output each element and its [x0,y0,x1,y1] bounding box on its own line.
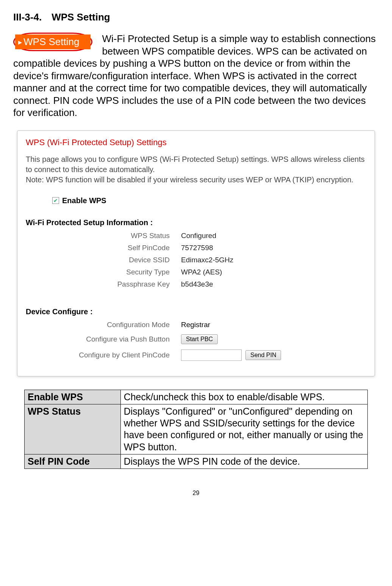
section-heading: III-3-4. WPS Setting [13,11,379,23]
enable-wps-row: ✔ Enable WPS [52,196,366,205]
description-table: Enable WPS Check/uncheck this box to ena… [24,390,368,469]
desc-enable-wps: Check/uncheck this box to enable/disable… [120,390,367,404]
term-enable-wps: Enable WPS [24,390,120,404]
passphrase-key-label: Passphrase Key [26,280,170,288]
passphrase-key-value: b5d43e3e [181,280,366,288]
table-row: Enable WPS Check/uncheck this box to ena… [24,390,367,404]
start-pbc-button[interactable]: Start PBC [181,334,218,344]
configuration-mode-label: Configuration Mode [26,321,170,329]
panel-desc-line2: Note: WPS function will be disabled if y… [26,175,353,184]
page-number: 29 [13,490,379,497]
enable-wps-label: Enable WPS [62,196,106,205]
wps-setting-badge-label: WPS Setting [15,34,91,49]
table-row: Self PIN Code Displays the WPS PIN code … [24,454,367,468]
client-pincode-input[interactable] [181,349,242,361]
configure-client-pin-label: Configure by Client PinCode [26,351,170,359]
panel-description: This page allows you to configure WPS (W… [26,154,366,185]
device-configure-grid: Configuration Mode Registrar Configure v… [26,321,366,361]
wps-info-title: Wi-Fi Protected Setup Information : [26,218,366,227]
device-ssid-label: Device SSID [26,256,170,264]
enable-wps-checkbox[interactable]: ✔ [52,197,59,204]
panel-desc-line1: This page allows you to configure WPS (W… [26,155,365,174]
term-wps-status: WPS Status [24,404,120,454]
self-pincode-value: 75727598 [181,244,366,252]
configure-pbc-label: Configure via Push Button [26,335,170,343]
desc-self-pin-code: Displays the WPS PIN code of the device. [120,454,367,468]
wps-setting-badge: WPS Setting [13,33,92,51]
intro-block: WPS Setting Wi-Fi Protected Setup is a s… [13,33,379,119]
device-ssid-value: Edimaxc2-5GHz [181,256,366,264]
panel-title: WPS (Wi-Fi Protected Setup) Settings [26,138,366,147]
term-self-pin-code: Self PIN Code [24,454,120,468]
desc-wps-status: Displays "Configured" or "unConfigured" … [120,404,367,454]
self-pincode-label: Self PinCode [26,244,170,252]
send-pin-button[interactable]: Send PIN [245,350,281,360]
security-type-label: Security Type [26,268,170,276]
wps-status-value: Configured [181,232,366,240]
wps-settings-panel: WPS (Wi-Fi Protected Setup) Settings Thi… [17,130,375,376]
configuration-mode-value: Registrar [181,321,366,329]
security-type-value: WPA2 (AES) [181,268,366,276]
wps-info-grid: WPS Status Configured Self PinCode 75727… [26,232,366,288]
table-row: WPS Status Displays "Configured" or "unC… [24,404,367,454]
device-configure-title: Device Configure : [26,307,366,316]
wps-status-label: WPS Status [26,232,170,240]
